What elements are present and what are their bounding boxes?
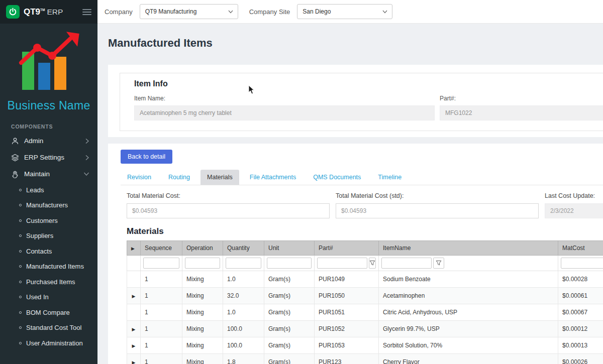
bullet-icon <box>19 250 22 253</box>
cell-sequence: 1 <box>141 354 182 364</box>
sidebar-item-label: Admin <box>24 137 43 145</box>
item-info-panel: Item Info Item Name: Acetaminophen 5 mg … <box>108 65 603 137</box>
top-header: Company QT9 Manufacturing Company Site S… <box>97 0 603 24</box>
cell-expand: ▶ <box>127 321 141 337</box>
sidebar-item-label: Maintain <box>24 170 50 178</box>
filter-input-operation[interactable] <box>185 258 220 269</box>
sidebar-item-admin[interactable]: Admin <box>0 133 97 149</box>
company-select-value: QT9 Manufacturing <box>145 8 228 15</box>
sidebar-item-maintain[interactable]: Maintain <box>0 166 97 182</box>
column-header-operation[interactable]: Operation <box>182 241 223 256</box>
sidebar: QT9TMERP Business Name COMPONENTS <box>0 0 97 364</box>
cell-itemname: Acetaminophen <box>379 288 558 304</box>
sidebar-subitem-manufacturers[interactable]: Manufacturers <box>0 198 97 213</box>
column-header-matcost[interactable]: MatCost <box>558 241 603 256</box>
last-cost-update-input[interactable]: 2/3/2022 <box>545 203 603 218</box>
bullet-icon <box>19 296 22 298</box>
filter-button-part[interactable] <box>369 258 376 269</box>
item-name-input[interactable]: Acetaminophen 5 mg cherry tablet <box>134 105 435 120</box>
expand-row-icon[interactable]: ▶ <box>132 294 136 299</box>
funnel-icon <box>369 260 375 266</box>
bullet-icon <box>19 234 22 237</box>
sidebar-nav: Admin ERP Settings Maintain <box>0 133 97 351</box>
tab-materials[interactable]: Materials <box>200 170 239 185</box>
brand-title: QT9TMERP <box>24 7 63 17</box>
column-header-quantity[interactable]: Quantity <box>223 241 264 256</box>
column-header-part[interactable]: Part# <box>315 241 379 256</box>
filter-input-quantity[interactable] <box>226 258 261 269</box>
components-section-label: COMPONENTS <box>11 124 97 130</box>
subitem-label: Suppliers <box>26 232 53 239</box>
cell-sequence: 1 <box>141 271 182 288</box>
sidebar-item-label: ERP Settings <box>24 154 64 161</box>
sidebar-subitem-user-administration[interactable]: User Administration <box>0 335 97 351</box>
cell-operation: Mixing <box>182 304 223 321</box>
cell-sequence: 1 <box>141 288 182 304</box>
brand-header: QT9TMERP <box>0 0 97 24</box>
sidebar-subitem-contacts[interactable]: Contacts <box>0 244 97 259</box>
cell-operation: Mixing <box>182 354 223 364</box>
expand-row-icon[interactable]: ▶ <box>132 343 136 348</box>
item-info-box: Item Info Item Name: Acetaminophen 5 mg … <box>120 73 603 131</box>
qt9-logo-icon <box>6 5 20 19</box>
sidebar-subitem-customers[interactable]: Customers <box>0 213 97 228</box>
sidebar-subitem-bom-compare[interactable]: BOM Compare <box>0 305 97 320</box>
column-header-expand[interactable]: ▶ <box>127 241 141 256</box>
table-row[interactable]: 1 Mixing 1.0 Gram(s) PUR1049 Sodium Benz… <box>127 271 603 288</box>
filter-button-itemname[interactable] <box>433 258 444 269</box>
tab-file-attachments[interactable]: File Attachments <box>243 170 303 185</box>
company-select[interactable]: QT9 Manufacturing <box>140 4 238 19</box>
page-title: Manufactured Items <box>108 37 603 50</box>
company-site-select-value: San Diego <box>303 8 382 15</box>
table-row[interactable]: ▶ 1 Mixing 32.0 Gram(s) PUR1050 Acetamin… <box>127 288 603 304</box>
filter-input-matcost[interactable] <box>561 258 603 269</box>
tab-revision[interactable]: Revision <box>121 170 158 185</box>
cell-matcost: $0.00026 <box>558 354 603 364</box>
bullet-icon <box>19 219 22 222</box>
column-header-sequence[interactable]: Sequence <box>141 241 182 256</box>
expand-row-icon[interactable]: ▶ <box>132 327 136 332</box>
cell-matcost: $0.00061 <box>558 288 603 304</box>
company-site-label: Company Site <box>249 8 290 16</box>
tab-timeline[interactable]: Timeline <box>371 170 408 185</box>
sidebar-subitem-leads[interactable]: Leads <box>0 182 97 198</box>
cell-expand: ▶ <box>127 354 141 364</box>
back-to-detail-button[interactable]: Back to detail <box>121 150 172 164</box>
table-row[interactable]: 1 Mixing 1.0 Gram(s) PUR1051 Citric Acid… <box>127 304 603 321</box>
sidebar-subitem-standard-cost-tool[interactable]: Standard Cost Tool <box>0 320 97 336</box>
sidebar-item-erp-settings[interactable]: ERP Settings <box>0 149 97 166</box>
filter-input-unit[interactable] <box>267 258 312 269</box>
tab-routing[interactable]: Routing <box>162 170 196 185</box>
expand-all-icon[interactable]: ▶ <box>131 246 135 251</box>
table-row[interactable]: ▶ 1 Mixing 100.0 Gram(s) PUR1053 Sorbito… <box>127 337 603 354</box>
sidebar-subitem-suppliers[interactable]: Suppliers <box>0 228 97 244</box>
total-material-cost-std-input[interactable]: $0.04593 <box>336 203 539 218</box>
column-header-unit[interactable]: Unit <box>264 241 315 256</box>
sidebar-toggle-icon[interactable] <box>82 8 91 17</box>
table-row[interactable]: ▶ 1 Mixing 1.8 Gram(s) PUR123 Cherry Fla… <box>127 354 603 364</box>
part-number-input[interactable]: MFG1022 <box>440 105 603 120</box>
cell-matcost: $0.00067 <box>558 304 603 321</box>
item-name-field-group: Item Name: Acetaminophen 5 mg cherry tab… <box>134 95 435 120</box>
cell-unit: Gram(s) <box>264 271 315 288</box>
cell-part: PUR1051 <box>315 304 379 321</box>
total-material-cost-input[interactable]: $0.04593 <box>127 203 330 218</box>
tab-qms-documents[interactable]: QMS Documents <box>307 170 367 185</box>
item-name-label: Item Name: <box>134 95 435 102</box>
company-site-select[interactable]: San Diego <box>297 4 392 19</box>
subitem-label: Manufacturers <box>26 201 68 209</box>
filter-input-itemname[interactable] <box>381 258 432 269</box>
column-header-itemname[interactable]: ItemName <box>379 241 558 256</box>
user-icon <box>11 137 19 145</box>
table-row[interactable]: ▶ 1 Mixing 100.0 Gram(s) PUR1052 Glyceri… <box>127 321 603 337</box>
cell-quantity: 100.0 <box>223 321 264 337</box>
filter-input-sequence[interactable] <box>143 258 179 269</box>
materials-table: ▶ Sequence Operation Quantity Unit Part#… <box>127 240 603 364</box>
sidebar-subitem-purchased-items[interactable]: Purchased Items <box>0 274 97 290</box>
filter-input-part[interactable] <box>317 258 367 269</box>
subitem-label: Used In <box>26 293 49 301</box>
sidebar-subitem-used-in[interactable]: Used In <box>0 290 97 305</box>
sidebar-subitem-manufactured-items[interactable]: Manufactured Items <box>0 259 97 275</box>
cell-matcost: $0.00028 <box>558 271 603 288</box>
expand-row-icon[interactable]: ▶ <box>132 360 136 364</box>
